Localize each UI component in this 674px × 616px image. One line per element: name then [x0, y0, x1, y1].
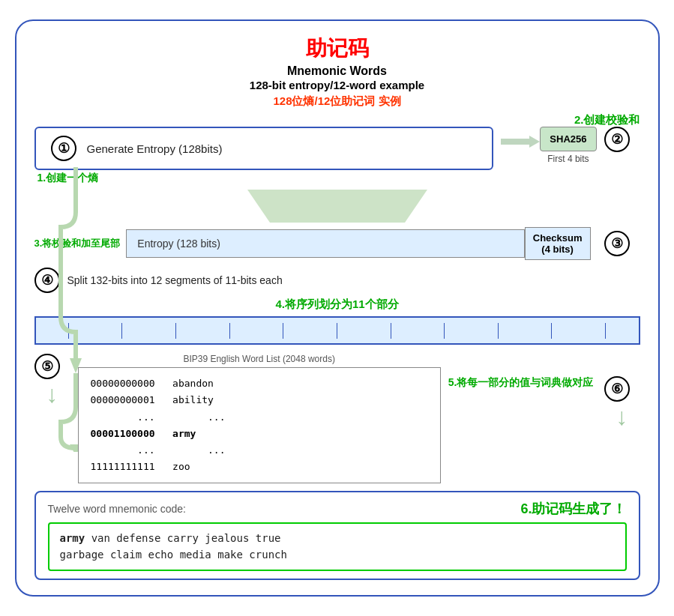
mnemonic-bold-word: army: [60, 532, 85, 544]
title-cn: 助记码: [34, 34, 640, 63]
wordlist-row-4: 00001100000 army: [91, 426, 428, 442]
step3-circle: ③: [598, 231, 640, 256]
title-en: Mnemonic Words: [34, 64, 640, 78]
step6-label: Twelve word mnemonic code:: [48, 503, 514, 515]
step1-circle: ①: [51, 136, 76, 161]
step4-cn: 4.将序列划分为11个部分: [34, 298, 640, 312]
wordlist-box: 00000000000 abandon 00000000001 ability …: [78, 367, 441, 483]
subtitle-en: 128-bit entropy/12-word example: [34, 79, 640, 91]
checksum-box: Checksum(4 bits): [525, 227, 591, 260]
step6-box: Twelve word mnemonic code: 6.助记码生成了！ arm…: [34, 491, 640, 580]
big-down-arrow-icon: [225, 190, 450, 223]
step5-label: 5.将每一部分的值与词典做对应: [448, 376, 594, 390]
sha-box: SHA256: [540, 127, 596, 151]
step6-circle: ⑥: [604, 376, 630, 402]
step6-cn: 6.助记码生成了！: [520, 500, 626, 518]
entropy-box: Entropy (128 bits): [126, 229, 524, 258]
wordlist-label: BIP39 English Word List (2048 words): [78, 354, 441, 364]
mnemonic-line2: garbage claim echo media make crunch: [60, 549, 287, 561]
step2-circle: ②: [604, 127, 640, 152]
first4-label: First 4 bits: [547, 154, 589, 164]
mnemonic-line1-rest: van defense carry jealous true: [85, 532, 280, 544]
step2-label: 2.创建校验和: [574, 113, 640, 127]
wordlist-row-6: 11111111111 zoo: [91, 459, 428, 475]
checksum-label: Checksum(4 bits): [533, 232, 583, 255]
svg-marker-3: [247, 190, 427, 223]
step1-text: Generate Entropy (128bits): [87, 142, 223, 155]
wordlist-row-3: ... ...: [91, 409, 428, 426]
arrow-right-icon: [501, 133, 540, 151]
arrow-down-6-icon: ↓: [616, 405, 628, 429]
wordlist-row-1: 00000000000 abandon: [91, 375, 428, 392]
svg-marker-0: [501, 136, 540, 148]
wordlist-row-2: 00000000001 ability: [91, 392, 428, 408]
main-container: 助记码 Mnemonic Words 128-bit entropy/12-wo…: [15, 19, 660, 596]
subtitle-cn: 128位熵/12位助记词 实例: [34, 94, 640, 109]
mnemonic-output: army van defense carry jealous true garb…: [48, 522, 627, 571]
segments-bar: [34, 316, 640, 345]
wordlist-row-5: ... ...: [91, 442, 428, 459]
